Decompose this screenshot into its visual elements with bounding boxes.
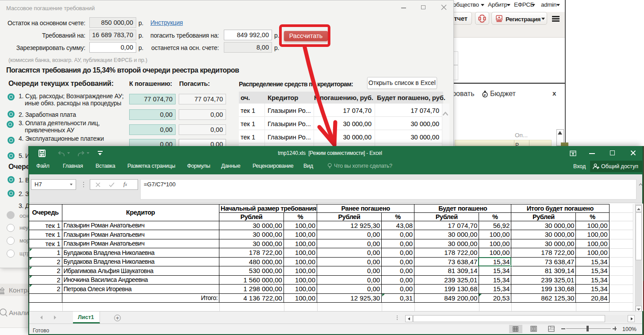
svg-text:P: P	[484, 93, 487, 97]
